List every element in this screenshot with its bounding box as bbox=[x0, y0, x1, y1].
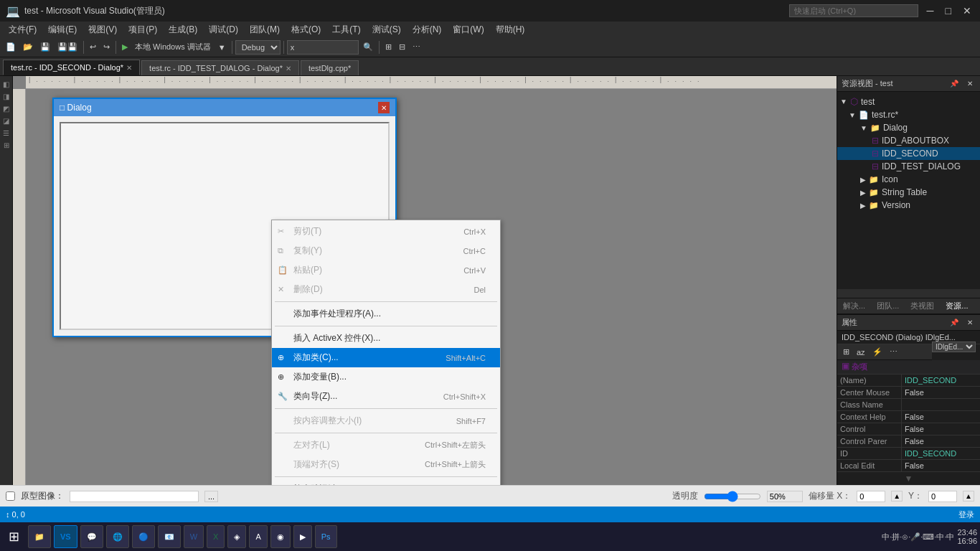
prototype-checkbox[interactable] bbox=[6, 491, 15, 501]
menu-view[interactable]: 视图(V) bbox=[83, 22, 123, 37]
tab-testdlg[interactable]: testDlg.cpp* bbox=[301, 60, 359, 75]
taskbar-excel[interactable]: X bbox=[207, 525, 225, 548]
tb-undo[interactable]: ↩ bbox=[87, 41, 99, 53]
tb-open[interactable]: 📂 bbox=[20, 41, 36, 53]
menu-debug[interactable]: 调试(D) bbox=[203, 22, 244, 37]
menu-project[interactable]: 项目(P) bbox=[123, 22, 163, 37]
ctx-add-event[interactable]: 添加事件处理程序(A)... bbox=[272, 304, 500, 324]
taskbar-app5[interactable]: ▶ bbox=[293, 525, 312, 548]
tree-item-test[interactable]: ▼ ⬡ test bbox=[837, 95, 980, 108]
resource-view-pin[interactable]: 📌 bbox=[947, 78, 961, 89]
tab-team[interactable]: 团队... bbox=[871, 298, 905, 314]
offset-x-up[interactable]: ▲ bbox=[891, 491, 903, 501]
taskbar-vs[interactable]: VS bbox=[54, 525, 77, 548]
tree-item-testrc[interactable]: ▼ 📄 test.rc* bbox=[837, 108, 980, 121]
taskbar-app1[interactable]: 🔵 bbox=[132, 525, 155, 548]
sidebar-icon-2[interactable]: ◨ bbox=[1, 91, 11, 102]
prototype-file-input[interactable] bbox=[70, 491, 199, 502]
menu-help[interactable]: 帮助(H) bbox=[490, 22, 531, 37]
tab-idd-test[interactable]: test.rc - IDD_TEST_DIALOG - Dialog* ✕ bbox=[141, 60, 299, 75]
sidebar-icon-4[interactable]: ◪ bbox=[1, 116, 11, 126]
sidebar-icon-6[interactable]: ⊞ bbox=[2, 140, 11, 151]
tb-new[interactable]: 📄 bbox=[3, 41, 19, 53]
offset-y-input[interactable] bbox=[928, 491, 957, 502]
minimize-button[interactable]: ─ bbox=[924, 5, 937, 17]
tree-item-icon-folder[interactable]: ▶ 📁 Icon bbox=[837, 173, 980, 186]
tree-item-version-folder[interactable]: ▶ 📁 Version bbox=[837, 199, 980, 212]
props-events-button[interactable]: ⚡ bbox=[870, 346, 885, 358]
tb-search-input[interactable] bbox=[287, 40, 359, 55]
menu-tools[interactable]: 工具(T) bbox=[326, 22, 366, 37]
status-login[interactable]: 登录 bbox=[958, 509, 974, 520]
tab-idd-second-close[interactable]: ✕ bbox=[126, 64, 132, 72]
menu-analyze[interactable]: 分析(N) bbox=[407, 22, 448, 37]
close-button[interactable]: ✕ bbox=[960, 5, 974, 17]
opacity-slider[interactable] bbox=[704, 491, 761, 502]
tb-search-btn[interactable]: 🔍 bbox=[360, 41, 376, 53]
ctx-add-class[interactable]: ⊕ 添加类(C)... Shift+Alt+C bbox=[272, 348, 500, 367]
menu-build[interactable]: 生成(B) bbox=[163, 22, 203, 37]
offset-y-up[interactable]: ▲ bbox=[963, 491, 974, 501]
props-cat-button[interactable]: ⊞ bbox=[840, 346, 852, 358]
ctx-add-var[interactable]: ⊕ 添加变量(B)... bbox=[272, 367, 500, 387]
ctx-left-align[interactable]: 左对齐(L) Ctrl+Shift+左箭头 bbox=[272, 435, 500, 455]
props-close-button[interactable]: ✕ bbox=[964, 317, 976, 328]
taskbar-wechat[interactable]: 💬 bbox=[80, 525, 103, 548]
tb-config-dropdown[interactable]: Debug bbox=[235, 40, 281, 55]
menu-test[interactable]: 测试(S) bbox=[367, 22, 407, 37]
props-type-dropdown[interactable]: IDlgEd... bbox=[932, 342, 976, 352]
tb-more[interactable]: ⋯ bbox=[410, 41, 423, 53]
props-scroll-down[interactable]: ▼ bbox=[837, 472, 980, 485]
tb-run[interactable]: ▶ bbox=[119, 41, 131, 53]
ctx-copy[interactable]: ⧉ 复制(Y) Ctrl+C bbox=[272, 241, 500, 260]
menu-edit[interactable]: 编辑(E) bbox=[42, 22, 83, 37]
tb-run-dropdown[interactable]: ▼ bbox=[215, 42, 229, 53]
sidebar-icon-3[interactable]: ◩ bbox=[1, 103, 11, 114]
start-button[interactable]: ⊞ bbox=[3, 526, 25, 547]
taskbar-mail[interactable]: 📧 bbox=[158, 525, 181, 548]
tree-item-idd-aboutbox[interactable]: ⊟ IDD_ABOUTBOX bbox=[837, 134, 980, 147]
taskbar-app4[interactable]: ◉ bbox=[270, 525, 291, 548]
resource-tree-scrollbar[interactable] bbox=[837, 289, 980, 298]
tb-grid[interactable]: ⊞ bbox=[382, 41, 395, 53]
menu-format[interactable]: 格式(O) bbox=[286, 22, 326, 37]
taskbar-ps[interactable]: Ps bbox=[315, 525, 337, 548]
taskbar-app3[interactable]: A bbox=[249, 525, 267, 548]
ctx-adjust-size[interactable]: 按内容调整大小(I) Shift+F7 bbox=[272, 411, 500, 430]
dialog-close-button[interactable]: ✕ bbox=[378, 102, 390, 113]
tb-redo[interactable]: ↪ bbox=[100, 41, 113, 53]
prototype-browse-btn[interactable]: ... bbox=[204, 491, 218, 502]
ctx-paste[interactable]: 📋 粘贴(P) Ctrl+V bbox=[272, 260, 500, 280]
taskbar-app2[interactable]: ◈ bbox=[227, 525, 246, 548]
menu-file[interactable]: 文件(F) bbox=[3, 22, 42, 37]
tab-idd-second[interactable]: test.rc - IDD_SECOND - Dialog* ✕ bbox=[3, 60, 140, 75]
tab-idd-test-close[interactable]: ✕ bbox=[286, 65, 291, 72]
props-more-button[interactable]: ⋯ bbox=[887, 346, 900, 358]
sidebar-icon-1[interactable]: ◧ bbox=[1, 79, 11, 90]
props-pin-button[interactable]: 📌 bbox=[947, 317, 961, 328]
sidebar-icon-5[interactable]: ☰ bbox=[1, 128, 11, 138]
props-alpha-button[interactable]: az bbox=[854, 346, 868, 358]
menu-window[interactable]: 窗口(W) bbox=[447, 22, 489, 37]
ctx-insert-activex[interactable]: 插入 ActiveX 控件(X)... bbox=[272, 329, 500, 348]
tab-solution[interactable]: 解决... bbox=[837, 298, 871, 314]
tree-item-stringtable-folder[interactable]: ▶ 📁 String Table bbox=[837, 186, 980, 199]
ctx-top-align[interactable]: 顶端对齐(S) Ctrl+Shift+上箭头 bbox=[272, 455, 500, 474]
ctx-delete[interactable]: ✕ 删除(D) Del bbox=[272, 280, 500, 299]
resource-view-close[interactable]: ✕ bbox=[964, 78, 976, 89]
tree-item-dialog-folder[interactable]: ▼ 📁 Dialog bbox=[837, 121, 980, 134]
offset-x-input[interactable] bbox=[857, 491, 885, 502]
restore-button[interactable]: □ bbox=[943, 5, 954, 17]
quick-launch-input[interactable] bbox=[789, 4, 918, 17]
tree-item-idd-test-dialog[interactable]: ⊟ IDD_TEST_DIALOG bbox=[837, 160, 980, 173]
taskbar-ie[interactable]: 🌐 bbox=[106, 525, 129, 548]
taskbar-explorer[interactable]: 📁 bbox=[28, 525, 51, 548]
tb-saveall[interactable]: 💾💾 bbox=[55, 41, 80, 53]
menu-team[interactable]: 团队(M) bbox=[244, 22, 286, 37]
tab-resource[interactable]: 资源... bbox=[940, 298, 974, 314]
tab-class-view[interactable]: 类视图 bbox=[905, 298, 940, 314]
taskbar-word[interactable]: W bbox=[184, 525, 204, 548]
tb-save[interactable]: 💾 bbox=[37, 41, 53, 53]
tb-align[interactable]: ⊟ bbox=[396, 41, 408, 53]
ctx-class-wizard[interactable]: 🔧 类向导(Z)... Ctrl+Shift+X bbox=[272, 387, 500, 406]
